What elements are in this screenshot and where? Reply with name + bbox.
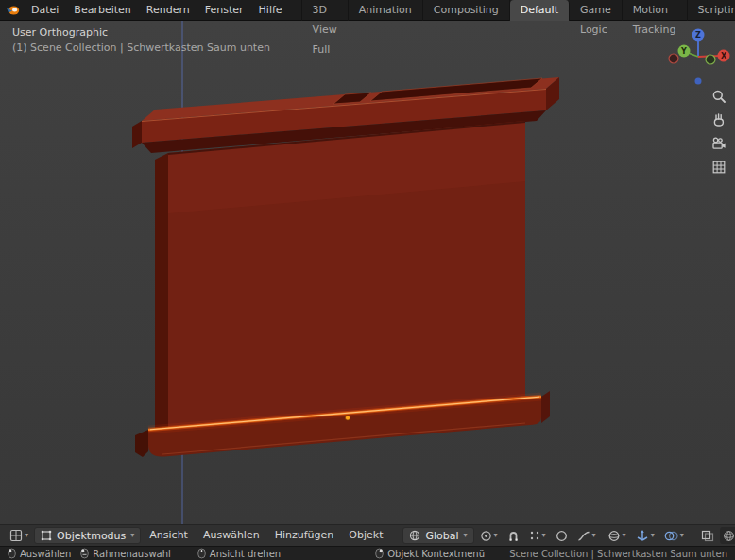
main-menu-bar: Datei Bearbeiten Rendern Fenster Hilfe [24, 0, 290, 20]
proportional-circle-icon [556, 530, 568, 542]
viewport-header: ▾ Objektmodus ▾ Ansicht Auswählen Hinzuf… [0, 524, 735, 546]
hint-select: Auswählen [8, 548, 71, 559]
overlays-caret-icon: ▾ [680, 532, 684, 539]
camera-icon [711, 136, 726, 151]
editor-type-icon [9, 529, 23, 542]
gizmo-axes-icon [636, 529, 649, 542]
svg-text:X: X [721, 52, 727, 60]
menu-ansicht[interactable]: Ansicht [143, 525, 195, 546]
tab-scripting[interactable]: Scripting [688, 0, 735, 21]
workspace-tabs: 3D View Full Animation Compositing Defau… [301, 0, 735, 21]
snap-settings-dropdown[interactable]: ▾ [525, 527, 550, 544]
mode-label: Objektmodus [57, 530, 126, 542]
toggle-xray-button[interactable] [697, 527, 718, 544]
hint-rotate-view-label: Ansicht drehen [210, 549, 281, 559]
blender-logo-icon[interactable] [6, 3, 20, 18]
magnet-icon [507, 530, 520, 542]
status-context-label: Scene Collection | Schwertkasten Saum un… [509, 549, 727, 559]
topbar: Datei Bearbeiten Rendern Fenster Hilfe 3… [0, 0, 735, 21]
falloff-curve-icon [577, 530, 590, 542]
xray-icon [701, 530, 714, 542]
hint-select-label: Auswählen [20, 549, 71, 559]
falloff-caret-icon: ▾ [592, 532, 596, 539]
mouse-middle-icon [197, 548, 206, 559]
viewport-3d[interactable]: User Orthographic (1) Scene Collection |… [0, 21, 735, 524]
menu-bearbeiten[interactable]: Bearbeiten [66, 0, 138, 20]
tab-motion-tracking[interactable]: Motion Tracking [623, 0, 688, 21]
menu-hinzufuegen[interactable]: Hinzufügen [268, 525, 341, 546]
wireframe-sphere-icon [723, 530, 735, 542]
shading-wireframe-button[interactable] [721, 528, 735, 543]
mode-caret-icon: ▾ [130, 532, 134, 539]
editor-type-button[interactable]: ▾ [6, 527, 32, 544]
hint-context-menu-label: Objekt Kontextmenü [387, 549, 485, 559]
magnifier-icon [711, 89, 726, 104]
axis-minus-z-ball [695, 78, 702, 85]
blender-window: Datei Bearbeiten Rendern Fenster Hilfe 3… [0, 0, 735, 560]
orientation-label: Global [425, 530, 458, 542]
mode-dropdown[interactable]: Objektmodus ▾ [34, 527, 141, 544]
proportional-edit-button[interactable] [552, 527, 572, 544]
zoom-tool-button[interactable] [709, 87, 728, 106]
menu-fenster[interactable]: Fenster [197, 0, 251, 20]
mouse-left-icon [8, 548, 16, 559]
show-gizmo-dropdown[interactable]: ▾ [632, 527, 658, 544]
hint-box-select-label: Rahmenauswahl [93, 549, 171, 559]
grid-icon [711, 160, 726, 175]
gizmo-caret-icon: ▾ [651, 532, 655, 539]
menu-datei[interactable]: Datei [24, 0, 66, 20]
globe-icon [409, 530, 420, 541]
tab-default[interactable]: Default [510, 0, 570, 21]
show-overlays-dropdown[interactable]: ▾ [660, 527, 688, 544]
visibility-dropdown[interactable]: ▾ [604, 527, 630, 544]
orientation-caret-icon: ▾ [464, 532, 468, 539]
hand-icon [711, 112, 726, 127]
shading-mode-group [720, 527, 735, 544]
orientation-dropdown[interactable]: Global ▾ [402, 527, 473, 544]
object-mode-icon [41, 530, 52, 541]
object-origin-dot [345, 416, 350, 420]
tab-animation[interactable]: Animation [349, 0, 423, 21]
menu-hilfe[interactable]: Hilfe [251, 0, 290, 20]
pivot-caret-icon: ▾ [494, 532, 498, 539]
toggle-projection-button[interactable] [709, 158, 728, 177]
mouse-left-drag-icon [80, 548, 89, 559]
viewport-overlay-text: User Orthographic (1) Scene Collection |… [12, 25, 270, 56]
object-schwertkasten [132, 77, 559, 457]
visibility-sphere-icon [607, 530, 621, 542]
snap-increment-icon [529, 530, 540, 541]
mouse-right-icon [375, 548, 384, 559]
camera-view-button[interactable] [709, 134, 728, 153]
menu-rendern[interactable]: Rendern [139, 0, 197, 20]
falloff-dropdown[interactable]: ▾ [573, 527, 600, 544]
svg-text:Y: Y [680, 47, 687, 56]
menu-objekt[interactable]: Objekt [342, 525, 389, 546]
tab-compositing[interactable]: Compositing [423, 0, 510, 21]
visibility-caret-icon: ▾ [623, 532, 626, 539]
pan-view-button[interactable] [709, 110, 728, 129]
svg-text:Z: Z [695, 31, 701, 40]
editor-caret-icon: ▾ [25, 532, 28, 539]
view-label: User Orthographic [12, 25, 270, 41]
status-bar: Auswählen Rahmenauswahl Ansicht drehen O… [0, 546, 735, 560]
axis-minus-x-ball [669, 54, 678, 63]
axis-minus-y-ball [706, 55, 715, 64]
hint-context-menu: Objekt Kontextmenü [375, 548, 485, 559]
scene-canvas[interactable] [0, 21, 735, 524]
tab-3d-view-full[interactable]: 3D View Full [301, 0, 349, 21]
hint-box-select: Rahmenauswahl [80, 548, 171, 559]
snap-toggle-button[interactable] [504, 527, 523, 544]
overlays-icon [664, 530, 678, 542]
snap-caret-icon: ▾ [542, 532, 546, 539]
viewport-side-tools [709, 87, 728, 177]
pivot-point-icon [480, 530, 492, 542]
active-object-label: (1) Scene Collection | Schwertkasten Sau… [12, 41, 270, 56]
pivot-dropdown[interactable]: ▾ [476, 527, 502, 544]
menu-auswaehlen[interactable]: Auswählen [197, 525, 266, 546]
tab-game-logic[interactable]: Game Logic [570, 0, 623, 21]
hint-rotate-view: Ansicht drehen [197, 548, 281, 559]
